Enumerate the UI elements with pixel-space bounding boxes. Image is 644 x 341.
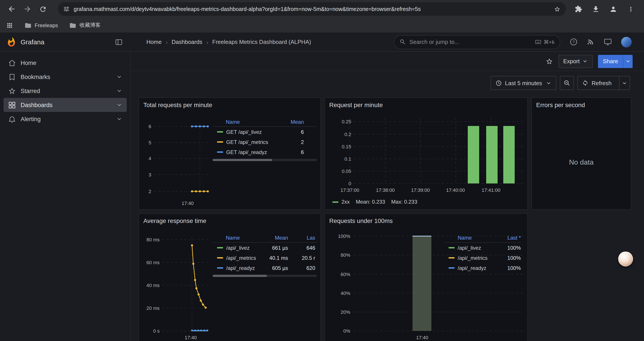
- sidebar-item-label: Dashboards: [20, 102, 52, 108]
- breadcrumb-home[interactable]: Home: [146, 39, 162, 45]
- series-name[interactable]: /api/_livez: [458, 245, 481, 251]
- zoom-out-button[interactable]: [560, 76, 574, 90]
- y-tick: 80%: [341, 252, 350, 258]
- reload-icon[interactable]: [36, 2, 50, 16]
- legend-mean: Mean: 0.233: [356, 199, 385, 205]
- sidebar-item-alerting[interactable]: Alerting: [4, 112, 127, 126]
- url-text[interactable]: grafana.mathmast.com/d/deytv4rwavabkb/fr…: [74, 6, 550, 12]
- series-metrics-line[interactable]: [191, 244, 207, 309]
- series-name[interactable]: /api/_metrics: [226, 255, 256, 261]
- forward-icon[interactable]: [20, 2, 34, 16]
- search-input[interactable]: [410, 39, 531, 45]
- x-tick: 17:40:00: [446, 187, 465, 193]
- clock-icon: [496, 80, 502, 86]
- site-info-icon[interactable]: [63, 6, 70, 12]
- bookmark-item-blog[interactable]: 收藏博客: [70, 22, 100, 29]
- series-name[interactable]: GET /api/_readyz: [226, 149, 267, 155]
- share-menu-chevron[interactable]: [623, 55, 632, 68]
- series-color-dash: [217, 151, 223, 153]
- user-avatar[interactable]: [621, 37, 632, 47]
- refresh-main[interactable]: Refresh: [578, 76, 616, 90]
- legend-row[interactable]: GET /api/_readyz 6: [212, 147, 317, 157]
- search-box[interactable]: ⌘+k: [394, 35, 560, 49]
- series-name[interactable]: /api/_metrics: [458, 255, 488, 261]
- series-mean: 2: [280, 139, 305, 145]
- browser-profile-icon[interactable]: [606, 2, 620, 16]
- chevron-down-icon[interactable]: [116, 102, 122, 108]
- legend-row[interactable]: /api/_metrics 40.1 ms 20.5 r: [212, 253, 317, 263]
- legend-row[interactable]: /api/_livez 661 µs 646: [212, 243, 317, 253]
- time-toolbar: Last 5 minutes Refresh: [490, 76, 630, 90]
- chevron-down-icon[interactable]: [116, 74, 122, 80]
- back-icon[interactable]: [4, 2, 18, 16]
- share-label[interactable]: Share: [598, 55, 623, 68]
- series-name[interactable]: GET /api/_metrics: [226, 139, 268, 145]
- legend-row[interactable]: /api/_readyz 100%: [444, 263, 521, 273]
- legend-item-2xx[interactable]: 2xx: [332, 199, 350, 205]
- breadcrumb-dashboards[interactable]: Dashboards: [172, 39, 202, 45]
- legend-scrollbar[interactable]: [212, 275, 317, 277]
- share-button[interactable]: Share: [598, 55, 632, 68]
- panel-title[interactable]: Errors per second: [536, 101, 585, 108]
- extensions-icon[interactable]: [571, 2, 585, 16]
- help-icon[interactable]: ?: [570, 38, 578, 46]
- export-button[interactable]: Export: [558, 55, 593, 68]
- legend-header-mean[interactable]: Mean: [280, 119, 305, 125]
- x-tick: 17:40: [416, 335, 428, 340]
- series-2xx-bars[interactable]: [468, 126, 515, 183]
- scrollbar-thumb[interactable]: [212, 159, 272, 161]
- series-name[interactable]: /api/_livez: [226, 245, 250, 251]
- news-rss-icon[interactable]: [587, 38, 594, 46]
- x-tick: 17:41:00: [482, 187, 500, 193]
- series-metrics-line[interactable]: [191, 190, 209, 192]
- time-range-picker[interactable]: Last 5 minutes: [490, 76, 556, 90]
- series-color-dash: [217, 257, 223, 258]
- series-stacked-bar[interactable]: [412, 236, 432, 331]
- refresh-interval-chevron[interactable]: [619, 76, 630, 90]
- legend-header-last[interactable]: Last *: [497, 235, 521, 241]
- scrollbar-thumb[interactable]: [212, 275, 267, 277]
- refresh-button[interactable]: Refresh: [578, 76, 630, 90]
- legend-header-mean[interactable]: Mean: [266, 235, 292, 241]
- legend-row[interactable]: /api/_metrics 100%: [444, 253, 521, 263]
- bookmark-star-icon[interactable]: [554, 6, 561, 13]
- sidebar-item-home[interactable]: Home: [4, 56, 127, 70]
- sidebar-item-dashboards[interactable]: Dashboards: [4, 98, 127, 112]
- grafana-logo[interactable]: [6, 37, 17, 47]
- chevron-down-icon[interactable]: [116, 116, 122, 122]
- y-tick: 60 ms: [146, 260, 160, 265]
- browser-menu-kebab-icon[interactable]: [624, 2, 638, 16]
- bookmark-item-freeleaps[interactable]: Freeleaps: [24, 22, 58, 29]
- legend-header-name[interactable]: Name: [212, 235, 266, 241]
- assistant-avatar-button[interactable]: [618, 251, 633, 266]
- chevron-down-icon[interactable]: [116, 88, 122, 94]
- legend-row[interactable]: GET /api/_metrics 2: [212, 137, 317, 147]
- series-color-dash: [332, 201, 338, 203]
- legend-header-last[interactable]: Las: [292, 235, 317, 241]
- display-monitor-icon[interactable]: [604, 38, 612, 46]
- export-label: Export: [563, 58, 580, 65]
- legend-table: Name Mean GET /api/_livez 6 GET /api/_me…: [212, 117, 317, 157]
- series-name[interactable]: GET /api/_livez: [226, 129, 262, 135]
- legend-header-name[interactable]: Name: [444, 235, 497, 241]
- downloads-icon[interactable]: [589, 2, 603, 16]
- legend-row[interactable]: /api/_livez 100%: [444, 243, 521, 253]
- legend-inline: 2xx Mean: 0.233 Max: 0.233: [332, 199, 417, 205]
- legend-row[interactable]: /api/_readyz 605 µs 620: [212, 263, 317, 273]
- series-color-dash: [448, 247, 454, 248]
- sidebar-toggle-icon[interactable]: [115, 38, 123, 46]
- series-readyz-line[interactable]: [191, 125, 209, 128]
- home-icon: [8, 59, 16, 67]
- legend-row[interactable]: GET /api/_livez 6: [212, 127, 317, 137]
- address-bar[interactable]: grafana.mathmast.com/d/deytv4rwavabkb/fr…: [58, 2, 566, 16]
- sidebar-item-starred[interactable]: Starred: [4, 84, 127, 98]
- series-mean: 40.1 ms: [266, 255, 292, 261]
- series-name[interactable]: 2xx: [342, 199, 350, 205]
- favorite-star-icon[interactable]: [545, 57, 553, 65]
- sidebar-item-bookmarks[interactable]: Bookmarks: [4, 70, 127, 84]
- legend-scrollbar[interactable]: [212, 159, 317, 161]
- apps-grid-icon[interactable]: [6, 22, 13, 29]
- legend-header-name[interactable]: Name: [212, 119, 280, 125]
- series-name[interactable]: /api/_readyz: [226, 265, 255, 271]
- series-name[interactable]: /api/_readyz: [458, 265, 486, 271]
